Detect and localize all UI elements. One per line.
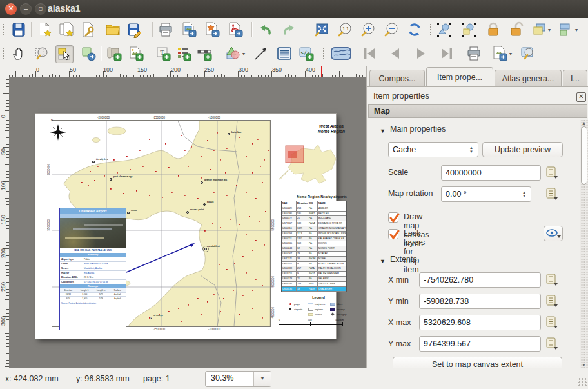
add-arrow-button[interactable]: [253, 45, 270, 62]
airports-table-item[interactable]: NA3 Elevation IKO NAME US00229 264 PA. A…: [281, 201, 347, 292]
zoom-full-extent-button[interactable]: [313, 21, 330, 38]
zoom-tool-button[interactable]: [34, 45, 50, 62]
preview-mode-combobox[interactable]: Cache ▲▼: [388, 142, 478, 157]
checkbox-checked-icon[interactable]: [388, 229, 398, 239]
toolbar-grip[interactable]: [322, 47, 326, 60]
scale-input[interactable]: [441, 165, 541, 181]
window-minimize-button[interactable]: –: [20, 3, 32, 15]
atlas-settings-button[interactable]: [520, 45, 536, 62]
atlas-next-feature-button[interactable]: [413, 45, 429, 62]
atlas-last-feature-button[interactable]: [438, 45, 455, 62]
y-max-label: Y max: [388, 339, 411, 348]
y-max-data-defined-button[interactable]: [545, 337, 560, 351]
html-info-frame-item[interactable]: Unalakleet Airport IATA: UNK ICAO: PAUN …: [59, 208, 126, 330]
tab-atlas-generation[interactable]: Atlas genera...: [495, 70, 562, 86]
move-item-content-tool-button[interactable]: [80, 45, 97, 62]
map-rotation-spinbox[interactable]: 0.00 ° ▲▼: [441, 186, 531, 202]
composition-manager-button[interactable]: [80, 21, 97, 38]
atlas-first-feature-button[interactable]: [361, 45, 378, 62]
x-min-input[interactable]: [419, 272, 541, 288]
map-section-header: Map: [368, 104, 587, 118]
visible-layers-button[interactable]: [544, 226, 563, 241]
spinbox-arrows-icon[interactable]: ▲▼: [518, 188, 530, 201]
export-as-svg-button[interactable]: [204, 21, 220, 38]
tab-items[interactable]: I...: [563, 70, 587, 86]
export-atlas-button[interactable]: [491, 45, 508, 62]
export-as-image-button[interactable]: [181, 21, 197, 38]
toolbar-grip[interactable]: [2, 47, 5, 60]
add-new-map-button[interactable]: [106, 45, 122, 62]
atlas-preview-button[interactable]: [330, 45, 352, 62]
duplicate-composition-button[interactable]: [58, 21, 75, 38]
window-maximize-button[interactable]: ◻: [35, 3, 46, 15]
align-items-dropdown[interactable]: ▾: [575, 27, 578, 33]
tab-composition[interactable]: Compos...: [369, 70, 425, 86]
zoom-out-button[interactable]: [383, 21, 400, 38]
collapse-arrow-icon[interactable]: ▼: [380, 128, 386, 134]
composition-page[interactable]: kotzebue tin city lrrs port clarence cgs…: [35, 114, 336, 339]
new-composition-button[interactable]: [36, 21, 53, 38]
scrollbar-thumb[interactable]: [581, 126, 587, 185]
save-as-template-button[interactable]: [126, 21, 143, 38]
rotation-data-defined-button[interactable]: [545, 187, 560, 201]
add-shape-button[interactable]: [224, 45, 241, 62]
zoom-level-combobox[interactable]: 30.3% ▼: [205, 371, 271, 387]
dock-close-icon[interactable]: ✕: [576, 92, 586, 102]
overview-map-item[interactable]: [277, 137, 342, 194]
atlas-previous-feature-button[interactable]: [387, 45, 404, 62]
lock-selected-items-button[interactable]: [485, 21, 502, 38]
combo-arrows-icon[interactable]: ▲▼: [465, 143, 477, 156]
save-project-button[interactable]: [10, 21, 27, 38]
scalebar-item[interactable]: 0 250 500 km: [279, 319, 346, 328]
select-move-item-tool-button[interactable]: [55, 45, 74, 63]
deselect-all-items-button[interactable]: [460, 21, 477, 38]
scale-data-defined-button[interactable]: [545, 166, 560, 180]
zoom-combo-arrow-icon[interactable]: ▼: [253, 372, 271, 386]
load-template-button[interactable]: [104, 21, 121, 38]
select-all-items-button[interactable]: [436, 21, 453, 38]
add-html-frame-button[interactable]: </>: [298, 45, 315, 62]
airport-marker: [186, 211, 189, 214]
composer-canvas[interactable]: kotzebue tin city lrrs port clarence cgs…: [9, 77, 366, 368]
toolbar-grip[interactable]: [2, 23, 5, 36]
north-arrow-item[interactable]: N: [50, 124, 66, 141]
export-atlas-dropdown[interactable]: ▾: [509, 51, 512, 57]
legend-entry: majrivers: [308, 301, 325, 306]
y-min-input[interactable]: [419, 294, 541, 309]
tab-item-properties[interactable]: Item prope...: [426, 67, 493, 86]
print-atlas-button[interactable]: [466, 45, 482, 62]
x-max-data-defined-button[interactable]: [545, 315, 560, 330]
add-legend-button[interactable]: [175, 45, 192, 62]
x-max-input[interactable]: [419, 315, 541, 330]
scroll-up-icon[interactable]: ▲: [582, 121, 586, 125]
scroll-down-icon[interactable]: ▼: [582, 363, 586, 367]
window-close-button[interactable]: ✕: [5, 3, 17, 15]
zoom-actual-size-button[interactable]: 1:1: [337, 21, 353, 38]
y-min-data-defined-button[interactable]: [545, 294, 560, 308]
add-image-button[interactable]: [128, 45, 144, 62]
y-max-input[interactable]: [419, 336, 541, 352]
window-resize-grip[interactable]: [578, 377, 587, 386]
panel-scrollbar[interactable]: ▲ ▼: [580, 120, 588, 368]
raise-items-button[interactable]: [531, 21, 548, 38]
add-scalebar-button[interactable]: [196, 45, 213, 62]
redo-button[interactable]: [281, 21, 298, 38]
update-preview-button[interactable]: Update preview: [482, 142, 563, 157]
refresh-view-button[interactable]: [406, 21, 423, 38]
align-items-button[interactable]: [557, 21, 574, 38]
add-attribute-table-button[interactable]: [276, 45, 293, 62]
x-min-data-defined-button[interactable]: [545, 273, 560, 287]
add-shape-dropdown[interactable]: ▾: [242, 51, 245, 57]
checkbox-checked-icon[interactable]: [388, 212, 398, 223]
composition-title[interactable]: West Alaska Nome Region: [302, 124, 360, 134]
toolbar-grip[interactable]: [429, 23, 433, 36]
export-as-pdf-button[interactable]: [227, 21, 244, 38]
print-button[interactable]: [157, 21, 174, 38]
unlock-all-items-button[interactable]: [508, 21, 525, 38]
raise-items-dropdown[interactable]: ▾: [548, 27, 551, 33]
add-label-button[interactable]: T: [155, 45, 172, 62]
zoom-in-button[interactable]: [360, 21, 377, 38]
pan-tool-button[interactable]: [10, 45, 27, 62]
collapse-arrow-icon[interactable]: ▼: [380, 258, 386, 264]
undo-button[interactable]: [257, 21, 273, 38]
